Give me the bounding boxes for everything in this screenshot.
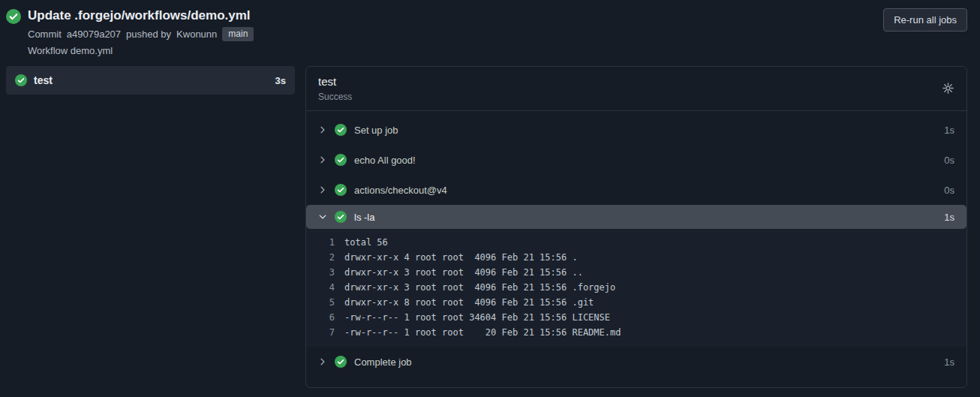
log-line-number[interactable]: 1 bbox=[306, 235, 335, 250]
run-success-icon bbox=[6, 9, 21, 57]
commit-sha-link[interactable]: a49079a207 bbox=[67, 28, 121, 41]
step-success-icon bbox=[335, 184, 347, 196]
log-line-number[interactable]: 4 bbox=[306, 280, 335, 295]
job-list: test 3s bbox=[6, 66, 295, 95]
log-line-text: drwxr-xr-x 8 root root 4096 Feb 21 15:56… bbox=[344, 295, 594, 310]
branch-badge[interactable]: main bbox=[222, 27, 254, 41]
job-name: test bbox=[34, 74, 53, 86]
log-line-text: drwxr-xr-x 4 root root 4096 Feb 21 15:56… bbox=[344, 250, 578, 265]
step-success-icon bbox=[335, 154, 347, 166]
log-line-number[interactable]: 5 bbox=[306, 295, 335, 310]
step-duration: 0s bbox=[944, 185, 954, 196]
log-line-number[interactable]: 7 bbox=[306, 325, 335, 340]
log-line-number[interactable]: 2 bbox=[306, 250, 335, 265]
log-line-text: drwxr-xr-x 3 root root 4096 Feb 21 15:56… bbox=[344, 280, 615, 295]
step-row[interactable]: echo All good! 0s bbox=[306, 145, 966, 175]
job-status-text: Success bbox=[318, 92, 352, 102]
chevron-right-icon bbox=[318, 125, 327, 134]
job-panel-header-text: test Success bbox=[318, 74, 352, 102]
run-header: Update .forgejo/workflows/demo.yml Commi… bbox=[6, 8, 967, 66]
log-line-text: -rw-r--r-- 1 root root 20 Feb 21 15:56 R… bbox=[344, 325, 621, 340]
chevron-right-icon bbox=[318, 357, 327, 366]
job-panel-header: test Success bbox=[306, 67, 966, 111]
log-line: 5 drwxr-xr-x 8 root root 4096 Feb 21 15:… bbox=[306, 295, 966, 310]
step-row[interactable]: Complete job 1s bbox=[306, 347, 966, 377]
step-duration: 1s bbox=[944, 212, 954, 223]
step-label: Complete job bbox=[354, 356, 412, 368]
step-success-icon bbox=[335, 211, 347, 223]
step-duration: 0s bbox=[944, 155, 954, 166]
log-line: 3 drwxr-xr-x 3 root root 4096 Feb 21 15:… bbox=[306, 265, 966, 280]
job-panel-title: test bbox=[318, 74, 352, 89]
sidebar-job-item[interactable]: test 3s bbox=[6, 66, 295, 95]
step-label: actions/checkout@v4 bbox=[354, 185, 447, 196]
job-sidebar: test 3s bbox=[6, 66, 295, 95]
run-header-left: Update .forgejo/workflows/demo.yml Commi… bbox=[6, 8, 254, 57]
log-line-number[interactable]: 6 bbox=[306, 310, 335, 325]
run-main: test 3s test Success bbox=[6, 66, 967, 388]
log-line-number[interactable]: 3 bbox=[306, 265, 335, 280]
commit-label: Commit bbox=[28, 28, 62, 41]
log-line-text: total 56 bbox=[344, 235, 388, 250]
commit-author-link[interactable]: Kwonunn bbox=[176, 28, 217, 41]
job-detail-panel: test Success bbox=[305, 66, 967, 388]
chevron-right-icon bbox=[318, 155, 327, 164]
workflow-line: Workflow demo.yml bbox=[28, 44, 254, 57]
run-header-text: Update .forgejo/workflows/demo.yml Commi… bbox=[28, 8, 254, 57]
step-row[interactable]: Set up job 1s bbox=[306, 115, 966, 145]
run-title: Update .forgejo/workflows/demo.yml bbox=[28, 8, 254, 24]
step-label: ls -la bbox=[354, 212, 374, 223]
workflow-run-page: Update .forgejo/workflows/demo.yml Commi… bbox=[0, 0, 980, 397]
log-line: 2 drwxr-xr-x 4 root root 4096 Feb 21 15:… bbox=[306, 250, 966, 265]
step-label: echo All good! bbox=[354, 155, 416, 166]
step-log-output: 1 total 56 2 drwxr-xr-x 4 root root 4096… bbox=[306, 229, 966, 347]
log-line: 7 -rw-r--r-- 1 root root 20 Feb 21 15:56… bbox=[306, 325, 966, 340]
step-label: Set up job bbox=[354, 125, 398, 136]
pushed-by-label: pushed by bbox=[126, 28, 171, 41]
commit-line: Commit a49079a207 pushed by Kwonunn main bbox=[28, 27, 254, 41]
job-success-icon bbox=[15, 74, 27, 86]
log-line: 6 -rw-r--r-- 1 root root 34604 Feb 21 15… bbox=[306, 310, 966, 325]
step-list: Set up job 1s echo All good! 0s bbox=[306, 111, 966, 387]
step-success-icon bbox=[335, 356, 347, 368]
job-duration: 3s bbox=[275, 75, 286, 86]
chevron-down-icon bbox=[318, 212, 327, 221]
gear-icon[interactable] bbox=[942, 82, 954, 95]
rerun-all-jobs-button[interactable]: Re-run all jobs bbox=[883, 8, 967, 32]
step-row[interactable]: actions/checkout@v4 0s bbox=[306, 175, 966, 205]
log-line-text: -rw-r--r-- 1 root root 34604 Feb 21 15:5… bbox=[344, 310, 610, 325]
step-duration: 1s bbox=[944, 125, 954, 136]
step-row[interactable]: ls -la 1s bbox=[306, 205, 966, 229]
log-line-text: drwxr-xr-x 3 root root 4096 Feb 21 15:56… bbox=[344, 265, 583, 280]
log-line: 4 drwxr-xr-x 3 root root 4096 Feb 21 15:… bbox=[306, 280, 966, 295]
step-duration: 1s bbox=[944, 356, 954, 368]
chevron-right-icon bbox=[318, 185, 327, 194]
step-success-icon bbox=[335, 124, 347, 136]
log-line: 1 total 56 bbox=[306, 235, 966, 250]
